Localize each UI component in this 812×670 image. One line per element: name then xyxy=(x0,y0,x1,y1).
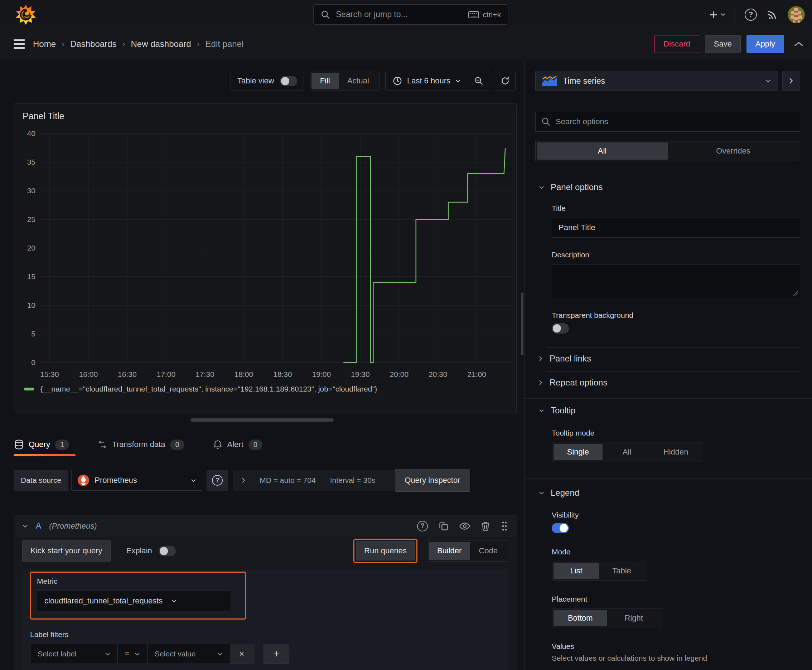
tab-overrides[interactable]: Overrides xyxy=(668,142,799,160)
explain-control: Explain xyxy=(126,546,176,556)
datasource-help-button[interactable]: ? xyxy=(207,470,228,491)
chevron-down-icon xyxy=(217,653,223,656)
toggle-viz-picker-button[interactable] xyxy=(782,71,800,91)
tab-alert[interactable]: Alert 0 xyxy=(212,434,269,455)
active-tab-underline xyxy=(14,454,76,456)
section-tooltip[interactable]: Tooltip xyxy=(524,405,812,416)
series-color-swatch xyxy=(24,387,34,391)
query-inspector-button[interactable]: Query inspector xyxy=(395,469,470,492)
options-search-input[interactable] xyxy=(556,117,794,126)
scrollbar-thumb[interactable] xyxy=(521,293,524,355)
tab-transform-data[interactable]: Transform data 0 xyxy=(97,434,190,455)
help-icon[interactable]: ? xyxy=(745,8,757,21)
label-filter-row: Select label = Select value × + xyxy=(30,644,509,664)
select-value-dropdown[interactable]: Select value xyxy=(147,644,230,664)
section-panel-links[interactable]: Panel links xyxy=(524,350,812,367)
metric-select[interactable]: cloudflared_tunnel_total_requests xyxy=(37,590,230,611)
explain-toggle[interactable] xyxy=(159,546,176,556)
section-repeat-options[interactable]: Repeat options xyxy=(524,374,812,392)
options-search[interactable] xyxy=(535,112,800,132)
eye-icon[interactable] xyxy=(459,522,470,530)
svg-text:25: 25 xyxy=(27,215,36,223)
operator-dropdown[interactable]: = xyxy=(117,644,147,664)
section-title: Repeat options xyxy=(549,377,607,387)
metric-highlight: Metric cloudflared_tunnel_total_requests xyxy=(30,572,246,619)
run-queries-button[interactable]: Run queries xyxy=(356,541,415,560)
series-legend-label[interactable]: {__name__="cloudflared_tunnel_total_requ… xyxy=(41,385,377,393)
code-option[interactable]: Code xyxy=(470,542,506,560)
transparent-bg-toggle[interactable] xyxy=(552,323,569,333)
legend-table-option[interactable]: Table xyxy=(599,563,644,579)
query-help-icon[interactable]: ? xyxy=(417,521,428,531)
legend-values-hint: Select values or calculations to show in… xyxy=(552,654,800,663)
news-rss-icon[interactable] xyxy=(766,8,778,21)
breadcrumb-new-dashboard[interactable]: New dashboard xyxy=(131,39,191,49)
user-avatar[interactable] xyxy=(788,6,805,23)
grafana-logo-icon[interactable] xyxy=(15,4,37,25)
section-legend[interactable]: Legend xyxy=(524,487,812,498)
chevron-down-icon xyxy=(539,491,544,495)
actual-option[interactable]: Actual xyxy=(339,73,378,89)
datasource-picker[interactable]: Prometheus xyxy=(71,470,202,491)
table-view-control: Table view xyxy=(231,71,304,91)
visualization-picker[interactable]: Time series xyxy=(535,71,778,91)
pane-resize-handle[interactable] xyxy=(190,418,334,421)
section-panel-options[interactable]: Panel options xyxy=(524,182,812,193)
refresh-button[interactable] xyxy=(495,71,515,91)
query-row-header[interactable]: A (Prometheus) ? xyxy=(14,515,517,537)
tooltip-hidden-option[interactable]: Hidden xyxy=(651,444,700,460)
tooltip-all-option[interactable]: All xyxy=(603,444,652,460)
tooltip-single-option[interactable]: Single xyxy=(554,444,603,460)
apply-button[interactable]: Apply xyxy=(746,35,784,53)
builder-option[interactable]: Builder xyxy=(429,542,470,560)
table-view-toggle[interactable] xyxy=(280,76,297,86)
chevron-down-icon xyxy=(765,79,771,83)
global-search[interactable]: ctrl+k xyxy=(313,4,509,25)
section-title: Legend xyxy=(551,488,579,498)
duplicate-icon[interactable] xyxy=(439,521,449,531)
legend-bottom-option[interactable]: Bottom xyxy=(554,610,607,626)
label-filters-label: Label filters xyxy=(30,630,509,639)
global-search-input[interactable] xyxy=(336,10,463,19)
menu-toggle-icon[interactable] xyxy=(14,39,25,49)
svg-text:16:00: 16:00 xyxy=(79,370,98,378)
panel-description-input[interactable] xyxy=(552,264,800,298)
legend-list-option[interactable]: List xyxy=(554,563,599,579)
select-label-dropdown[interactable]: Select label xyxy=(30,644,118,664)
prometheus-icon xyxy=(77,474,90,486)
trash-icon[interactable] xyxy=(481,521,490,531)
drag-handle-icon[interactable] xyxy=(501,521,508,531)
time-series-chart[interactable]: 051015202530354015:3016:0016:3017:0017:3… xyxy=(14,126,516,382)
query-ref-id: A xyxy=(36,521,41,531)
tab-query[interactable]: Query 1 xyxy=(14,434,76,455)
legend-right-option[interactable]: Right xyxy=(607,610,661,626)
breadcrumb-home[interactable]: Home xyxy=(33,39,56,49)
svg-text:15: 15 xyxy=(27,272,36,281)
discard-button[interactable]: Discard xyxy=(654,35,699,53)
add-filter-button[interactable]: + xyxy=(263,644,289,664)
section-title: Tooltip xyxy=(551,406,575,416)
query-section-tabs: Query 1 Transform data 0 Alert 0 xyxy=(14,434,269,455)
legend-visibility-toggle[interactable] xyxy=(552,523,569,533)
panel-title-input[interactable] xyxy=(552,218,800,238)
fill-option[interactable]: Fill xyxy=(312,73,339,89)
tab-all[interactable]: All xyxy=(537,142,668,160)
query-builder-body: Metric cloudflared_tunnel_total_requests… xyxy=(22,569,509,670)
tooltip-mode-label: Tooltip mode xyxy=(552,429,800,437)
save-button[interactable]: Save xyxy=(705,35,741,53)
time-range-picker[interactable]: Last 6 hours xyxy=(386,76,468,86)
resize-handle-icon[interactable] xyxy=(793,291,798,296)
breadcrumb-dashboards[interactable]: Dashboards xyxy=(70,39,116,49)
kick-start-button[interactable]: Kick start your query xyxy=(22,540,111,562)
svg-text:40: 40 xyxy=(27,129,36,137)
select-value-placeholder: Select value xyxy=(155,650,195,658)
zoom-out-button[interactable] xyxy=(468,71,489,91)
chevron-down-icon xyxy=(720,13,726,16)
new-menu-button[interactable]: + xyxy=(710,8,726,22)
remove-filter-button[interactable]: × xyxy=(230,644,253,664)
query-options-bar[interactable]: MD = auto = 704 Interval = 30s xyxy=(233,470,410,491)
breadcrumb-edit-panel: Edit panel xyxy=(205,39,244,49)
collapse-options-button[interactable] xyxy=(794,41,804,47)
top-nav-actions: + ? xyxy=(710,0,805,29)
tab-alert-label: Alert xyxy=(227,440,244,449)
